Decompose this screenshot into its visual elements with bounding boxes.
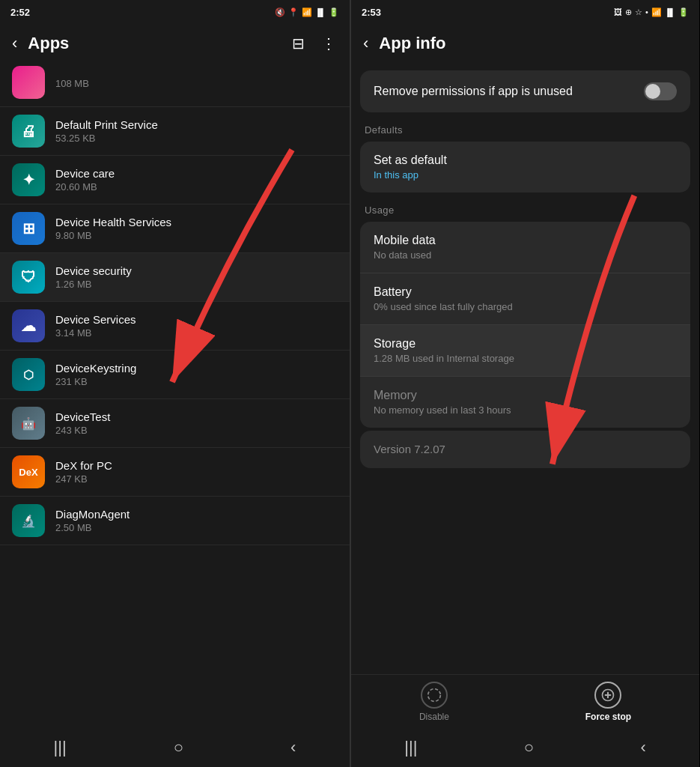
- left-time: 2:52: [10, 7, 30, 18]
- left-phone-panel: 2:52 🔇 📍 📶 ▐▌ 🔋 ‹ Apps ⊟ ⋮ 108 MB 🖨 Defa…: [0, 0, 350, 767]
- app-icon: [12, 66, 45, 99]
- app-size: 108 MB: [55, 78, 89, 89]
- left-title: Apps: [28, 34, 280, 53]
- mobile-data-label: Mobile data: [374, 234, 436, 247]
- app-name: DiagMonAgent: [55, 508, 130, 521]
- back-button[interactable]: ‹: [9, 31, 20, 56]
- app-size: 53.25 KB: [55, 133, 158, 144]
- list-item[interactable]: 🔬 DiagMonAgent 2.50 MB: [0, 497, 350, 545]
- permissions-toggle[interactable]: [644, 82, 677, 100]
- app-icon: 🛡: [12, 261, 45, 294]
- back-nav-button[interactable]: ‹: [276, 732, 311, 763]
- right-back-button[interactable]: ‹: [360, 31, 371, 56]
- more-options-icon[interactable]: ⋮: [317, 30, 341, 57]
- left-bottom-nav: ||| ○ ‹: [0, 728, 350, 767]
- action-bar: Disable Force stop: [351, 674, 699, 728]
- app-name: Device Services: [55, 313, 136, 326]
- list-item[interactable]: 🤖 DeviceTest 243 KB: [0, 399, 350, 448]
- list-item[interactable]: ⊞ Device Health Services 9.80 MB: [0, 204, 350, 253]
- app-info: DeviceKeystring 231 KB: [55, 362, 136, 387]
- set-as-default-sublabel: In this app: [374, 169, 447, 181]
- app-size: 9.80 MB: [55, 230, 171, 241]
- right-phone-panel: 2:53 🖼 ⊕ ☆ • 📶 ▐▌ 🔋 ‹ App info Remove pe…: [350, 0, 699, 767]
- app-icon: DeX: [12, 455, 45, 488]
- right-title: App info: [379, 34, 690, 53]
- app-info: 108 MB: [55, 76, 89, 89]
- set-as-default-group: Set as default In this app: [374, 154, 447, 181]
- set-as-default-label: Set as default: [374, 154, 447, 167]
- recents-button[interactable]: |||: [39, 732, 82, 763]
- app-icon: 🔬: [12, 504, 45, 537]
- app-size: 1.26 MB: [55, 279, 132, 290]
- list-item[interactable]: DeX DeX for PC 247 KB: [0, 448, 350, 497]
- version-label: Version 7.2.07: [374, 443, 445, 455]
- app-info: Device Services 3.14 MB: [55, 313, 136, 339]
- filter-search-icon[interactable]: ⊟: [287, 30, 309, 57]
- mobile-data-sublabel: No data used: [374, 249, 436, 261]
- disable-button[interactable]: Disable: [419, 682, 449, 722]
- mobile-data-group: Mobile data No data used: [374, 234, 436, 261]
- right-top-bar: ‹ App info: [351, 24, 699, 63]
- battery-sublabel: 0% used since last fully charged: [374, 301, 513, 312]
- app-info: Device security 1.26 MB: [55, 264, 132, 290]
- svg-point-2: [428, 688, 441, 701]
- app-info: Device care 20.60 MB: [55, 167, 115, 192]
- mobile-data-row[interactable]: Mobile data No data used: [360, 222, 690, 273]
- list-item[interactable]: ✦ Device care 20.60 MB: [0, 156, 350, 204]
- app-info: Default Print Service 53.25 KB: [55, 118, 158, 144]
- memory-sublabel: No memory used in last 3 hours: [374, 404, 511, 416]
- right-time: 2:53: [362, 7, 381, 18]
- app-name: DeviceTest: [55, 410, 110, 423]
- app-size: 20.60 MB: [55, 181, 115, 192]
- list-item[interactable]: 🖨 Default Print Service 53.25 KB: [0, 107, 350, 156]
- right-home-button[interactable]: ○: [509, 732, 549, 763]
- right-status-bar: 2:53 🖼 ⊕ ☆ • 📶 ▐▌ 🔋: [351, 0, 699, 24]
- list-item-device-security[interactable]: 🛡 Device security 1.26 MB: [0, 253, 350, 302]
- app-name: Device security: [55, 264, 132, 277]
- force-stop-icon: [594, 682, 621, 709]
- app-info: DiagMonAgent 2.50 MB: [55, 508, 130, 533]
- app-info: DeX for PC 247 KB: [55, 459, 112, 485]
- app-name: Device care: [55, 167, 115, 180]
- app-size: 247 KB: [55, 473, 112, 485]
- permissions-label: Remove permissions if app is unused: [374, 85, 573, 98]
- app-list: 108 MB 🖨 Default Print Service 53.25 KB …: [0, 63, 350, 728]
- list-item[interactable]: ☁ Device Services 3.14 MB: [0, 302, 350, 351]
- disable-label: Disable: [419, 712, 449, 722]
- storage-row[interactable]: Storage 1.28 MB used in Internal storage: [360, 325, 690, 377]
- permissions-card: Remove permissions if app is unused: [360, 70, 690, 112]
- app-info-content: Remove permissions if app is unused Defa…: [351, 63, 699, 674]
- force-stop-label: Force stop: [585, 712, 631, 722]
- list-item[interactable]: ⬡ DeviceKeystring 231 KB: [0, 351, 350, 399]
- permissions-row[interactable]: Remove permissions if app is unused: [360, 70, 690, 112]
- app-size: 2.50 MB: [55, 522, 130, 533]
- right-recents-button[interactable]: |||: [389, 732, 432, 763]
- app-icon: ☁: [12, 309, 45, 342]
- memory-row[interactable]: Memory No memory used in last 3 hours: [360, 377, 690, 428]
- battery-group: Battery 0% used since last fully charged: [374, 285, 513, 312]
- memory-group: Memory No memory used in last 3 hours: [374, 389, 511, 416]
- app-name: DeX for PC: [55, 459, 112, 472]
- usage-section-label: Usage: [351, 195, 699, 219]
- right-back-nav-button[interactable]: ‹: [625, 732, 660, 763]
- memory-label: Memory: [374, 389, 511, 402]
- home-button[interactable]: ○: [159, 732, 198, 763]
- storage-label: Storage: [374, 337, 514, 351]
- app-name: DeviceKeystring: [55, 362, 136, 375]
- app-icon: ✦: [12, 163, 45, 196]
- app-info: DeviceTest 243 KB: [55, 410, 110, 436]
- defaults-card: Set as default In this app: [360, 142, 690, 192]
- right-status-icons: 🖼 ⊕ ☆ • 📶 ▐▌ 🔋: [614, 7, 689, 17]
- force-stop-button[interactable]: Force stop: [585, 682, 631, 722]
- battery-row[interactable]: Battery 0% used since last fully charged: [360, 273, 690, 325]
- app-name: Device Health Services: [55, 216, 171, 228]
- set-as-default-row[interactable]: Set as default In this app: [360, 142, 690, 192]
- left-top-bar: ‹ Apps ⊟ ⋮: [0, 24, 350, 63]
- right-bottom-nav: ||| ○ ‹: [351, 728, 699, 767]
- app-icon: ⊞: [12, 212, 45, 245]
- list-item[interactable]: 108 MB: [0, 63, 350, 107]
- storage-group: Storage 1.28 MB used in Internal storage: [374, 337, 514, 364]
- app-icon: 🤖: [12, 407, 45, 440]
- usage-card: Mobile data No data used Battery 0% used…: [360, 222, 690, 428]
- left-status-bar: 2:52 🔇 📍 📶 ▐▌ 🔋: [0, 0, 350, 24]
